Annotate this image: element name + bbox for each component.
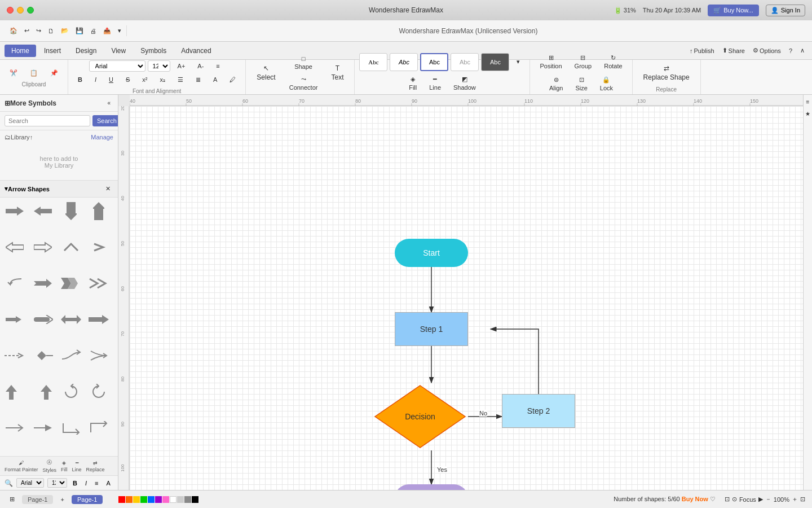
style-abc-5[interactable]: Abc [481,53,509,71]
double-chevron[interactable] [87,273,110,294]
menu-advanced[interactable]: Advanced [174,45,218,57]
dashed-arrow[interactable] [3,345,26,366]
lock-button[interactable]: 🔒 Lock [595,74,618,94]
text-tool-button[interactable]: T Text [325,62,350,84]
share-button[interactable]: ⬆ Share [720,45,748,56]
font-increase-button[interactable]: A+ [173,60,191,72]
italic-button[interactable]: I [90,74,102,85]
add-page-button[interactable]: ⊞ [7,494,17,505]
paste-button[interactable]: 📌 [45,67,63,79]
right-arrow-shape[interactable] [3,201,26,221]
rotate-button[interactable]: ↻ Rotate [599,52,627,72]
font-decrease-button[interactable]: A- [192,60,209,72]
sign-in-button[interactable]: 👤 Sign In [766,5,805,16]
cut-button[interactable]: ✂️ [5,67,23,79]
step1-shape[interactable]: Step 1 [395,312,468,346]
minimize-button[interactable] [17,7,24,14]
highlight-button[interactable]: 🖊 [224,74,241,85]
right-bent-arrow[interactable] [87,309,110,330]
menu-design[interactable]: Design [69,45,103,57]
font-color-button[interactable]: A [208,74,222,85]
copy-button[interactable]: 📋 [25,67,43,79]
ctx-align-button[interactable]: ≡ [92,479,100,487]
replace-shape-button[interactable]: ⇄ Replace Shape [637,62,696,84]
redo-button[interactable]: ↪ [33,25,44,36]
merge-arrows[interactable] [87,345,110,366]
color-orange[interactable] [126,496,133,503]
ctx-bold-button[interactable]: B [70,479,80,487]
color-red[interactable] [118,496,125,503]
group-button[interactable]: ⊟ Group [570,52,597,72]
bent-line-arrow[interactable] [87,418,110,438]
options-button[interactable]: ⚙ Options [750,45,784,56]
chevron-strip[interactable] [60,273,82,294]
collapse-panel-button[interactable]: « [104,98,113,108]
font-size-selector[interactable]: 12 [148,60,170,72]
end-shape[interactable]: End [395,484,468,490]
menu-symbols[interactable]: Symbols [134,45,173,57]
color-gray[interactable] [184,496,191,503]
shadow-button[interactable]: ◩ Shadow [448,73,481,93]
left-outline-arrow[interactable] [3,237,26,257]
bold-button[interactable]: B [73,74,87,85]
add-tab-button[interactable]: + [58,494,67,505]
notched-right-arrow[interactable] [32,273,54,294]
buy-now-small-button[interactable]: Buy Now [682,496,708,502]
right-outline-arrow[interactable] [32,237,54,257]
double-headed-arrow[interactable] [60,309,82,330]
bullet-list-button[interactable]: ☰ [173,74,188,86]
step2-shape[interactable]: Step 2 [502,394,575,428]
fit-screen-icon[interactable]: ⊡ [800,496,805,503]
subscript-button[interactable]: x₂ [155,74,170,86]
style-abc-4[interactable]: Abc [451,53,479,71]
up-arrow-shape[interactable] [87,201,110,221]
zoom-minus-icon[interactable]: － [765,495,771,503]
start-shape[interactable]: Start [395,239,468,267]
drawing-canvas[interactable]: Start Step 1 Decision Step 2 [130,106,803,490]
buy-now-button[interactable]: 🛒 Buy Now... [708,5,759,16]
small-right-arrow[interactable] [3,309,26,330]
menu-view[interactable]: View [104,45,133,57]
style-abc-2[interactable]: Abc [390,53,418,71]
right-chevron-arrow[interactable] [87,237,110,257]
size-button[interactable]: ⊡ Size [570,74,592,94]
save-button[interactable]: 💾 [73,25,86,36]
canvas-scroll[interactable]: Start Step 1 Decision Step 2 [130,106,803,490]
format-painter-button[interactable]: 🖌 Format Painter [5,460,38,472]
search-button[interactable]: Search [92,115,118,126]
rotate-cw-arrow[interactable] [60,382,82,402]
menu-insert[interactable]: Insert [37,45,68,57]
maximize-button[interactable] [27,7,34,14]
position-button[interactable]: ⊞ Position [535,52,567,72]
undo-button[interactable]: ↩ [21,25,32,36]
stroked-arrow-1[interactable] [3,418,26,438]
styles-button[interactable]: Ⓐ Styles [43,459,57,473]
color-pink[interactable] [162,496,169,503]
color-black[interactable] [192,496,198,503]
new-tab-button[interactable]: 🗋 [45,26,57,36]
left-bent-arrow[interactable] [32,382,54,402]
s-curve-arrow[interactable] [60,345,82,366]
right-bent-up-arrow[interactable] [3,382,26,402]
left-arrow-shape[interactable] [32,201,54,221]
curve-left-arrow[interactable] [3,273,26,294]
color-purple[interactable] [155,496,162,503]
superscript-button[interactable]: x² [137,74,152,85]
stroked-arrow-2[interactable] [32,418,54,438]
canvas-container[interactable]: Start Step 1 Decision Step 2 [118,95,803,490]
fill-button[interactable]: ◈ Fill [404,73,422,93]
corner-arrow[interactable] [60,418,82,438]
ctx-italic-button[interactable]: I [83,479,89,487]
align-button[interactable]: ⊜ Align [544,74,568,94]
manage-link[interactable]: Manage [91,134,113,141]
style-abc-1[interactable]: Abc [359,53,387,71]
color-white[interactable] [170,496,176,503]
rotate-ccw-arrow[interactable] [87,382,110,402]
more-styles-button[interactable]: ▾ [511,56,525,68]
diamond-arrow[interactable] [32,345,54,366]
color-lightgray[interactable] [177,496,184,503]
collapse-button[interactable]: ∧ [797,45,807,56]
connector-tool-button[interactable]: ⤳ Connector [284,73,323,93]
color-blue[interactable] [148,496,155,503]
page-tab-active[interactable]: Page-1 [72,495,103,504]
